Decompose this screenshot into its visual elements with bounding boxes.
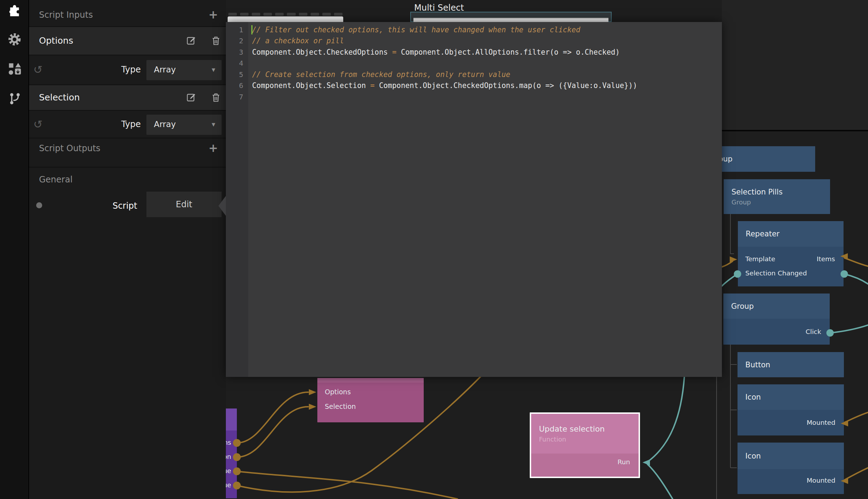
puzzle-icon[interactable]: [8, 4, 21, 18]
wire-repeater-selection-changed-to-offscreen-right[interactable]: [844, 274, 868, 284]
code-text: Component.Object.CheckedOptions = Compon…: [243, 48, 620, 56]
code-line-1[interactable]: 1// Filter out checked options, this wil…: [226, 24, 722, 35]
input-row-selection[interactable]: Selection: [29, 85, 226, 110]
node-header: Icon: [738, 384, 844, 410]
graph-node-icon-2[interactable]: IconMounted: [738, 443, 844, 494]
node-title: Group: [731, 302, 822, 311]
wire-offscreen-right-to-icon-2-mounted[interactable]: [845, 468, 868, 480]
git-branch-icon[interactable]: [8, 92, 21, 105]
graph-node-group[interactable]: GroupClick: [723, 294, 830, 345]
wire-arrowhead: [309, 404, 316, 410]
node-header: Button: [738, 352, 844, 377]
type-value: Array: [154, 65, 176, 74]
graph-node-selection-pills[interactable]: Selection PillsGroup: [724, 179, 830, 214]
add-script-input-button[interactable]: +: [208, 8, 218, 21]
node-title: Selection Pills: [731, 188, 822, 196]
preview-multiselect-input[interactable]: [410, 12, 612, 22]
delete-input-icon[interactable]: [211, 93, 221, 104]
script-label: Script: [29, 201, 137, 211]
type-label: Type: [121, 119, 141, 129]
code-lines[interactable]: 1// Filter out checked options, this wil…: [226, 24, 722, 103]
type-label: Type: [121, 65, 141, 75]
node-header: Update selectionFunction: [531, 414, 639, 454]
preview-component-title: Multi Select: [414, 3, 464, 13]
wire-multiselect-component-value-to-offscreen-bottom[interactable]: [237, 471, 457, 499]
code-line-6[interactable]: 6Component.Object.Selection = Component.…: [226, 80, 722, 92]
graph-node-update-selection[interactable]: Update selectionFunctionRun: [530, 412, 640, 478]
code-line-3[interactable]: 3Component.Object.CheckedOptions = Compo…: [226, 46, 722, 58]
line-number: 3: [226, 48, 243, 56]
code-text: // a checkbox or pill: [243, 37, 344, 45]
hierarchy-line-0: [730, 214, 734, 254]
code-line-2[interactable]: 2// a checkbox or pill: [226, 35, 722, 47]
type-dropdown-selection[interactable]: Array ▾: [146, 115, 222, 135]
reset-icon[interactable]: ↺: [33, 118, 43, 131]
divider: [29, 167, 226, 168]
input-name-label: Selection: [39, 92, 80, 103]
code-line-4[interactable]: 4: [226, 58, 722, 69]
line-number: 1: [226, 26, 243, 34]
script-inputs-title: Script Inputs: [39, 10, 93, 20]
gear-icon[interactable]: [8, 33, 21, 46]
node-header: Group: [723, 294, 830, 319]
reset-icon[interactable]: ↺: [33, 63, 43, 76]
wire-multiselect-component-options-to-object-options[interactable]: [237, 392, 308, 443]
node-subtitle: Function: [539, 435, 631, 443]
code-editor[interactable]: 1// Filter out checked options, this wil…: [226, 22, 722, 377]
input-port-label: Options: [325, 388, 351, 396]
output-port-label: Click: [806, 328, 821, 335]
app-window: Multi Select GroupSelection PillsGroupRe…: [0, 0, 868, 499]
line-number: 4: [226, 59, 243, 67]
wire-group-click-to-offscreen-right[interactable]: [830, 325, 868, 333]
node-title: Icon: [745, 393, 836, 401]
delete-input-icon[interactable]: [211, 36, 221, 47]
preview-pills-strip: [228, 13, 343, 16]
line-number: 7: [226, 93, 243, 101]
code-line-7[interactable]: 7: [226, 91, 722, 103]
edit-script-button[interactable]: Edit: [146, 192, 222, 217]
editor-popout-tail: [218, 196, 226, 216]
icon-sidebar: [0, 0, 28, 499]
graph-node-repeater[interactable]: RepeaterTemplateItemsSelection Changed: [738, 221, 844, 286]
node-title: Button: [745, 361, 836, 369]
node-subtitle: Group: [731, 198, 822, 206]
preview-canvas-divider: [722, 130, 868, 131]
code-line-5[interactable]: 5// Create selection from checked option…: [226, 69, 722, 80]
type-value: Array: [154, 120, 176, 129]
graph-node-object[interactable]: OptionsSelection: [317, 378, 424, 422]
output-port-label: Mounted: [807, 477, 835, 484]
line-number: 6: [226, 81, 243, 90]
chevron-down-icon: ▾: [212, 65, 215, 74]
preview-dropdown-panel: [228, 16, 343, 22]
node-title: Update selection: [539, 424, 631, 433]
shapes-icon[interactable]: [8, 62, 21, 75]
wire-arrowhead: [642, 460, 650, 466]
code-text: // Filter out checked options, this will…: [243, 26, 580, 34]
input-row-options[interactable]: Options: [29, 27, 226, 55]
wire-arrowhead: [309, 389, 316, 395]
wire-hidden-behind-editor-to-repeater-template[interactable]: [722, 261, 733, 267]
output-port-label: Mounted: [807, 419, 835, 426]
add-script-output-button[interactable]: +: [208, 141, 218, 155]
node-title: Icon: [745, 452, 836, 460]
edit-input-icon[interactable]: [187, 93, 196, 104]
wire-multiselect-component-selection-to-object-selection[interactable]: [237, 407, 308, 457]
input-name-label: Options: [39, 35, 73, 46]
node-header: [317, 378, 424, 383]
graph-node-button[interactable]: Button: [738, 352, 844, 377]
chevron-down-icon: ▾: [212, 120, 215, 128]
code-text: // Create selection from checked options…: [243, 70, 510, 79]
wire-offscreen-right-to-repeater-items[interactable]: [845, 258, 868, 266]
graph-node-icon-1[interactable]: IconMounted: [738, 384, 844, 435]
type-dropdown-options[interactable]: Array ▾: [146, 60, 222, 80]
node-header: Selection PillsGroup: [724, 179, 830, 214]
edit-input-icon[interactable]: [187, 36, 196, 47]
code-text: Component.Object.Selection = Component.O…: [243, 81, 637, 90]
node-title: Group: [710, 155, 807, 163]
script-outputs-title: Script Outputs: [39, 143, 100, 153]
input-port-label: Selection Changed: [745, 269, 807, 277]
wire-offscreen-right-to-icon-1-mounted[interactable]: [845, 412, 868, 422]
line-number: 2: [226, 37, 243, 45]
output-port-label: Run: [618, 458, 630, 466]
wire-offscreen-bottom-to-update-selection-run[interactable]: [647, 464, 673, 499]
